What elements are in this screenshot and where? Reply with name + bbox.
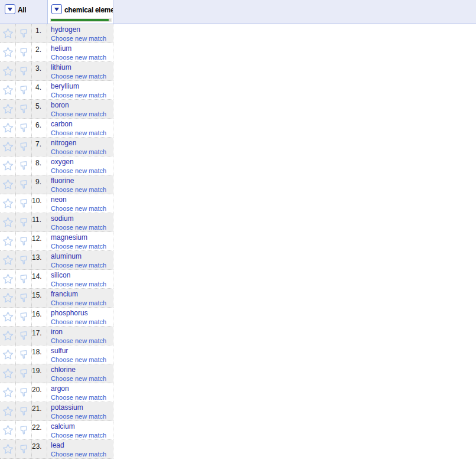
star-button[interactable]	[0, 327, 16, 345]
choose-new-match-link[interactable]: Choose new match	[51, 54, 113, 61]
choose-new-match-link[interactable]: Choose new match	[51, 451, 113, 458]
all-dropdown-button[interactable]	[5, 4, 15, 14]
flag-button[interactable]	[16, 81, 32, 99]
entry-name-link[interactable]: neon	[51, 195, 113, 204]
entry-name-link[interactable]: phosphorus	[51, 309, 113, 317]
choose-new-match-link[interactable]: Choose new match	[51, 73, 113, 80]
flag-button[interactable]	[16, 119, 32, 137]
entry-name-link[interactable]: iron	[51, 328, 113, 336]
star-button[interactable]	[0, 194, 16, 213]
star-button[interactable]	[0, 81, 16, 99]
flag-button[interactable]	[16, 43, 32, 61]
entry-name-link[interactable]: helium	[51, 44, 113, 53]
entry-name-link[interactable]: boron	[51, 101, 113, 109]
choose-new-match-link[interactable]: Choose new match	[51, 110, 113, 118]
choose-new-match-link[interactable]: Choose new match	[51, 92, 113, 99]
list-item: 5. boron Choose new match	[0, 100, 113, 119]
row-number: 18.	[32, 345, 47, 364]
star-button[interactable]	[0, 270, 16, 288]
entry-name-link[interactable]: hydrogen	[51, 25, 113, 34]
star-button[interactable]	[0, 308, 16, 326]
entry-name-link[interactable]: carbon	[51, 120, 113, 128]
entry-name-link[interactable]: lithium	[51, 63, 113, 71]
star-button[interactable]	[0, 156, 16, 175]
flag-button[interactable]	[16, 213, 32, 231]
star-button[interactable]	[0, 345, 16, 364]
star-icon	[2, 330, 14, 341]
choose-new-match-link[interactable]: Choose new match	[51, 299, 113, 306]
entry-name-link[interactable]: calcium	[51, 422, 113, 430]
row-number: 15.	[32, 289, 47, 307]
flag-button[interactable]	[16, 308, 32, 326]
flag-button[interactable]	[16, 100, 32, 118]
flag-button[interactable]	[16, 421, 32, 439]
choose-new-match-link[interactable]: Choose new match	[51, 375, 113, 382]
flag-button[interactable]	[16, 270, 32, 288]
flag-button[interactable]	[16, 156, 32, 175]
entry-name-link[interactable]: oxygen	[51, 158, 113, 166]
entry-name-link[interactable]: lead	[51, 441, 113, 449]
catalog-dropdown-button[interactable]	[51, 4, 62, 14]
choose-new-match-link[interactable]: Choose new match	[51, 243, 113, 250]
star-button[interactable]	[0, 24, 16, 43]
entry-name-link[interactable]: fluorine	[51, 177, 113, 185]
entry-name-link[interactable]: argon	[51, 384, 113, 393]
star-button[interactable]	[0, 232, 16, 250]
choose-new-match-link[interactable]: Choose new match	[51, 186, 113, 193]
flag-button[interactable]	[16, 364, 32, 383]
star-button[interactable]	[0, 175, 16, 194]
flag-button[interactable]	[16, 440, 32, 458]
star-button[interactable]	[0, 100, 16, 118]
row-entry: francium Choose new match	[47, 289, 113, 307]
choose-new-match-link[interactable]: Choose new match	[51, 224, 113, 231]
choose-new-match-link[interactable]: Choose new match	[51, 280, 113, 288]
choose-new-match-link[interactable]: Choose new match	[51, 394, 113, 401]
choose-new-match-link[interactable]: Choose new match	[51, 356, 113, 363]
choose-new-match-link[interactable]: Choose new match	[51, 432, 113, 439]
star-button[interactable]	[0, 364, 16, 383]
star-button[interactable]	[0, 440, 16, 458]
entry-name-link[interactable]: francium	[51, 290, 113, 298]
flag-button[interactable]	[16, 289, 32, 307]
star-button[interactable]	[0, 402, 16, 420]
choose-new-match-link[interactable]: Choose new match	[51, 337, 113, 344]
entry-name-link[interactable]: aluminum	[51, 252, 113, 260]
star-button[interactable]	[0, 138, 16, 156]
entry-name-link[interactable]: potassium	[51, 403, 113, 412]
choose-new-match-link[interactable]: Choose new match	[51, 129, 113, 136]
flag-button[interactable]	[16, 327, 32, 345]
entry-name-link[interactable]: sulfur	[51, 347, 113, 355]
flag-button[interactable]	[16, 251, 32, 269]
entry-name-link[interactable]: silicon	[51, 271, 113, 279]
flag-button[interactable]	[16, 232, 32, 250]
choose-new-match-link[interactable]: Choose new match	[51, 262, 113, 269]
star-button[interactable]	[0, 421, 16, 439]
flag-button[interactable]	[16, 402, 32, 420]
choose-new-match-link[interactable]: Choose new match	[51, 318, 113, 325]
star-button[interactable]	[0, 119, 16, 137]
choose-new-match-link[interactable]: Choose new match	[51, 167, 113, 174]
star-button[interactable]	[0, 383, 16, 402]
choose-new-match-link[interactable]: Choose new match	[51, 413, 113, 420]
star-button[interactable]	[0, 289, 16, 307]
star-button[interactable]	[0, 43, 16, 61]
entry-name-link[interactable]: nitrogen	[51, 139, 113, 147]
entry-name-link[interactable]: chlorine	[51, 366, 113, 374]
flag-button[interactable]	[16, 345, 32, 364]
entry-name-link[interactable]: sodium	[51, 214, 113, 223]
star-button[interactable]	[0, 251, 16, 269]
star-button[interactable]	[0, 62, 16, 80]
entry-name-link[interactable]: beryllium	[51, 82, 113, 90]
star-icon	[2, 292, 14, 304]
flag-button[interactable]	[16, 383, 32, 402]
flag-button[interactable]	[16, 138, 32, 156]
choose-new-match-link[interactable]: Choose new match	[51, 205, 113, 212]
flag-button[interactable]	[16, 194, 32, 213]
flag-button[interactable]	[16, 24, 32, 43]
flag-button[interactable]	[16, 62, 32, 80]
choose-new-match-link[interactable]: Choose new match	[51, 148, 113, 155]
star-button[interactable]	[0, 213, 16, 231]
choose-new-match-link[interactable]: Choose new match	[51, 35, 113, 42]
flag-button[interactable]	[16, 175, 32, 194]
entry-name-link[interactable]: magnesium	[51, 233, 113, 242]
